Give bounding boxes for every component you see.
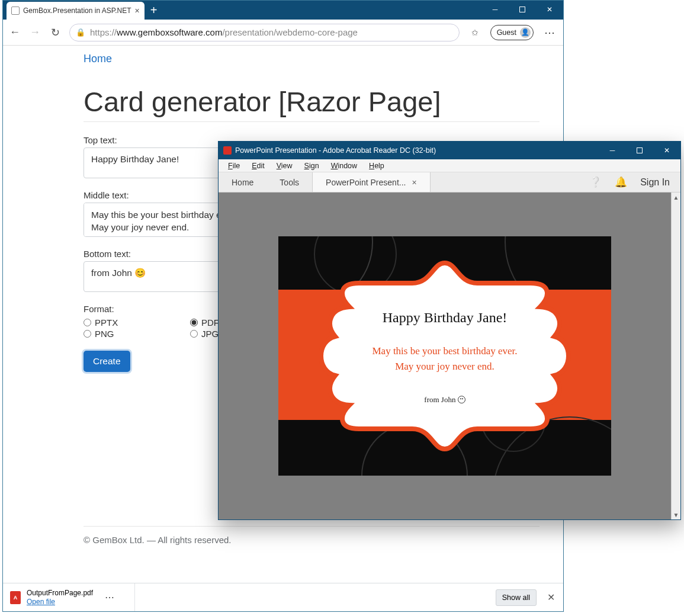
- favorite-icon[interactable]: ✩: [468, 28, 482, 37]
- address-text: https://www.gemboxsoftware.com/presentat…: [90, 27, 358, 37]
- adobe-title: PowerPoint Presentation - Adobe Acrobat …: [235, 146, 436, 155]
- format-png[interactable]: PNG: [84, 329, 190, 339]
- tab-title: GemBox.Presentation in ASP.NET: [23, 7, 131, 15]
- window-controls: ─ ✕: [481, 1, 563, 18]
- pdf-file-icon: A: [10, 591, 21, 604]
- adobe-maximize-icon[interactable]: [626, 142, 653, 159]
- tab-close-icon[interactable]: ×: [135, 6, 140, 15]
- card-middle-text: May this be your best birthday ever. May…: [338, 344, 551, 375]
- download-open-link[interactable]: Open file: [27, 598, 93, 607]
- adobe-minimize-icon[interactable]: ─: [599, 142, 626, 159]
- browser-titlebar[interactable]: GemBox.Presentation in ASP.NET × + ─ ✕: [3, 1, 563, 20]
- smile-icon: [458, 396, 465, 403]
- format-pdf-label: PDF: [201, 317, 219, 328]
- adobe-tabs: Home Tools PowerPoint Present... × ❔ 🔔 S…: [219, 172, 680, 192]
- menu-view[interactable]: View: [271, 161, 298, 171]
- window-maximize-icon[interactable]: [509, 1, 536, 18]
- adobe-tab-document[interactable]: PowerPoint Present... ×: [312, 172, 431, 192]
- adobe-menubar: File Edit View Sign Window Help: [219, 159, 680, 172]
- adobe-tab-tools[interactable]: Tools: [266, 172, 312, 192]
- adobe-close-icon[interactable]: ✕: [653, 142, 680, 159]
- adobe-tab-home[interactable]: Home: [219, 172, 266, 192]
- card-bot-label: from John: [424, 395, 457, 404]
- nav-back-icon[interactable]: ←: [9, 26, 21, 38]
- adobe-canvas-wrap: Happy Birthday Jane! May this be your be…: [219, 192, 680, 519]
- menu-help[interactable]: Help: [363, 161, 390, 171]
- profile-button[interactable]: Guest 👤: [490, 25, 534, 40]
- format-png-label: PNG: [95, 329, 114, 339]
- adobe-scrollbar[interactable]: ▲ ▼: [671, 192, 680, 519]
- nav-forward-icon: →: [29, 26, 41, 38]
- address-bar[interactable]: 🔒 https://www.gemboxsoftware.com/present…: [69, 24, 460, 41]
- format-jpg-label: JPG: [201, 329, 219, 339]
- title-separator: [84, 121, 540, 122]
- downloads-bar: A OutputFromPage.pdf Open file ⋯ Show al…: [3, 583, 563, 611]
- card-top-text: Happy Birthday Jane!: [338, 310, 551, 326]
- window-minimize-icon[interactable]: ─: [481, 1, 509, 18]
- bell-icon[interactable]: 🔔: [615, 176, 627, 188]
- download-chip[interactable]: A OutputFromPage.pdf Open file ⋯: [3, 583, 135, 611]
- format-pptx[interactable]: PPTX: [84, 317, 190, 328]
- format-pptx-label: PPTX: [95, 317, 118, 328]
- adobe-tab-document-label: PowerPoint Present...: [326, 178, 406, 187]
- download-more-icon[interactable]: ⋯: [105, 592, 119, 603]
- downloads-show-all-button[interactable]: Show all: [496, 589, 537, 606]
- url-path: /presentation/webdemo-core-page: [222, 27, 357, 37]
- browser-toolbar: ← → ↻ 🔒 https://www.gemboxsoftware.com/p…: [3, 20, 563, 46]
- url-scheme: https://: [90, 27, 117, 37]
- browser-tab[interactable]: GemBox.Presentation in ASP.NET ×: [7, 2, 144, 20]
- card-mid-line2: May your joy never end.: [395, 361, 494, 373]
- adobe-tab-close-icon[interactable]: ×: [412, 178, 416, 187]
- window-close-icon[interactable]: ✕: [536, 1, 563, 18]
- card-mid-line1: May this be your best birthday ever.: [372, 345, 517, 357]
- page-title: Card generator [Razor Page]: [84, 85, 540, 118]
- new-tab-button[interactable]: +: [144, 4, 163, 17]
- help-icon[interactable]: ❔: [589, 176, 602, 188]
- card-text: Happy Birthday Jane! May this be your be…: [338, 307, 551, 405]
- scroll-down-icon[interactable]: ▼: [672, 510, 680, 519]
- profile-label: Guest: [497, 28, 516, 37]
- menu-edit[interactable]: Edit: [246, 161, 271, 171]
- menu-sign[interactable]: Sign: [298, 161, 325, 171]
- scroll-up-icon[interactable]: ▲: [672, 192, 680, 202]
- favicon: [11, 7, 20, 15]
- menu-file[interactable]: File: [222, 161, 246, 171]
- adobe-window: PowerPoint Presentation - Adobe Acrobat …: [218, 141, 681, 520]
- download-filename: OutputFromPage.pdf: [27, 589, 93, 598]
- home-link[interactable]: Home: [84, 53, 112, 65]
- adobe-window-controls: ─ ✕: [599, 142, 680, 159]
- sign-in-link[interactable]: Sign In: [640, 177, 670, 188]
- slide-preview: Happy Birthday Jane! May this be your be…: [278, 236, 611, 476]
- adobe-canvas[interactable]: Happy Birthday Jane! May this be your be…: [219, 192, 671, 519]
- browser-menu-icon[interactable]: ⋯: [542, 26, 557, 39]
- downloads-close-icon[interactable]: ✕: [547, 592, 555, 603]
- create-button[interactable]: Create: [84, 351, 130, 372]
- menu-window[interactable]: Window: [325, 161, 363, 171]
- adobe-app-icon: [223, 146, 232, 155]
- url-host: www.gemboxsoftware.com: [117, 27, 222, 37]
- adobe-titlebar[interactable]: PowerPoint Presentation - Adobe Acrobat …: [219, 142, 680, 159]
- card-bottom-text: from John: [338, 395, 551, 405]
- avatar-icon: 👤: [520, 27, 531, 38]
- page-footer: © GemBox Ltd. — All rights reserved.: [3, 527, 563, 545]
- nav-reload-icon[interactable]: ↻: [49, 26, 61, 39]
- lock-icon: 🔒: [76, 28, 85, 37]
